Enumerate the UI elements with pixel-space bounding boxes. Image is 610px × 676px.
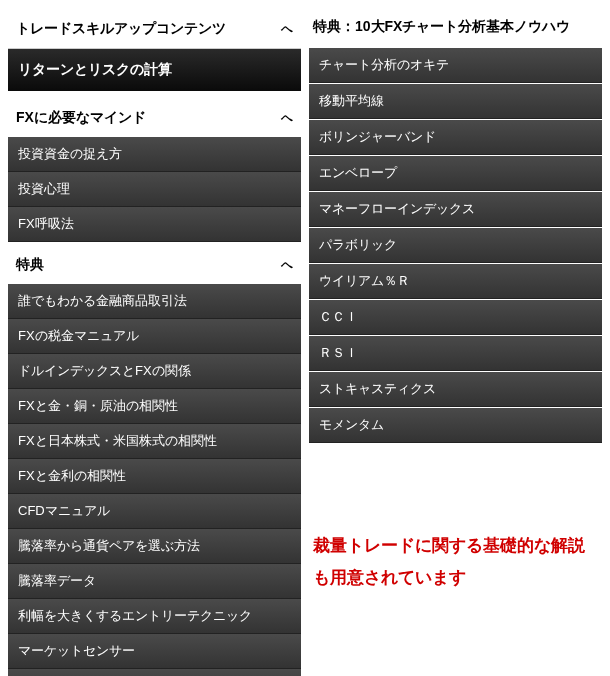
list-item[interactable]: FXと金利の相関性 xyxy=(8,459,301,494)
list-item[interactable]: 移動平均線 xyxy=(309,84,602,119)
banner-return-risk[interactable]: リターンとリスクの計算 xyxy=(8,49,301,91)
left-column: トレードスキルアップコンテンツ ヘ リターンとリスクの計算 FXに必要なマインド… xyxy=(8,10,301,666)
list-item[interactable]: エンベロープ xyxy=(309,156,602,191)
section-title: トレードスキルアップコンテンツ xyxy=(16,20,226,38)
list-item[interactable]: マーケットセンサー xyxy=(8,634,301,669)
list-item[interactable]: チャート分析のオキテ xyxy=(309,48,602,83)
list-item[interactable]: 騰落率データ xyxy=(8,564,301,599)
section-title: 特典 xyxy=(16,256,44,274)
chart-analysis-list: チャート分析のオキテ 移動平均線 ボリンジャーバンド エンベロープ マネーフロー… xyxy=(309,48,602,444)
list-item[interactable]: ドルインデックスとFXの関係 xyxy=(8,354,301,389)
section-title: FXに必要なマインド xyxy=(16,109,146,127)
list-item[interactable]: FXと日本株式・米国株式の相関性 xyxy=(8,424,301,459)
chevron-up-icon: ヘ xyxy=(281,257,293,274)
list-item[interactable]: ストキャスティクス xyxy=(309,372,602,407)
bonus-list: 誰でもわかる金融商品取引法 FXの税金マニュアル ドルインデックスとFXの関係 … xyxy=(8,284,301,676)
list-item[interactable]: マネーフローインデックス xyxy=(309,192,602,227)
list-item[interactable]: モメンタム xyxy=(309,408,602,443)
fx-mind-list: 投資資金の捉え方 投資心理 FX呼吸法 xyxy=(8,137,301,242)
list-item[interactable]: FX呼吸法 xyxy=(8,207,301,242)
list-item[interactable]: CFDマニュアル xyxy=(8,494,301,529)
list-item[interactable]: 誰でもわかる金融商品取引法 xyxy=(8,284,301,319)
list-item[interactable]: 投資資金の捉え方 xyxy=(8,137,301,172)
list-item[interactable]: FXと金・銅・原油の相関性 xyxy=(8,389,301,424)
note-text: 裁量トレードに関する基礎的な解説も用意されています xyxy=(309,524,602,601)
section-header-trade-skill[interactable]: トレードスキルアップコンテンツ ヘ xyxy=(8,10,301,49)
list-item[interactable]: ＣＣＩ xyxy=(309,300,602,335)
chevron-up-icon: ヘ xyxy=(281,21,293,38)
list-item[interactable]: FXの税金マニュアル xyxy=(8,319,301,354)
right-column: 特典：10大FXチャート分析基本ノウハウ チャート分析のオキテ 移動平均線 ボリ… xyxy=(309,10,602,666)
list-item[interactable]: 投資心理 xyxy=(8,172,301,207)
list-item[interactable]: ＲＳＩ xyxy=(309,336,602,371)
list-item[interactable]: 利幅を大きくするエントリーテクニック xyxy=(8,599,301,634)
chevron-up-icon: ヘ xyxy=(281,110,293,127)
section-header-bonus[interactable]: 特典 ヘ xyxy=(8,246,301,284)
list-item[interactable]: 騰落率から通貨ペアを選ぶ方法 xyxy=(8,529,301,564)
list-item[interactable]: ウイリアム％Ｒ xyxy=(309,264,602,299)
section-header-fx-mind[interactable]: FXに必要なマインド ヘ xyxy=(8,99,301,137)
right-column-title: 特典：10大FXチャート分析基本ノウハウ xyxy=(309,10,602,48)
list-item[interactable]: パラボリック xyxy=(309,228,602,263)
list-item[interactable]: アフィリエイター特典について xyxy=(8,669,301,676)
list-item[interactable]: ボリンジャーバンド xyxy=(309,120,602,155)
